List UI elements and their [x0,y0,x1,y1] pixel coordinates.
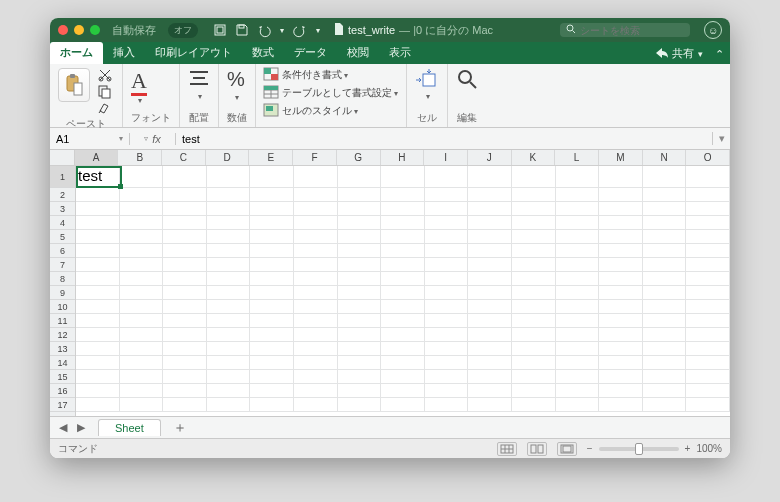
cell[interactable] [599,342,643,356]
cell[interactable] [512,258,556,272]
cell[interactable] [425,166,469,188]
cell[interactable] [294,188,338,202]
cell[interactable] [294,342,338,356]
row-header[interactable]: 6 [50,244,75,258]
cell[interactable] [163,328,207,342]
cell[interactable] [556,272,600,286]
cell[interactable] [468,398,512,412]
cell[interactable] [207,398,251,412]
cut-icon[interactable] [96,68,114,82]
cell[interactable] [599,188,643,202]
zoom-slider-knob[interactable] [635,443,643,455]
col-header[interactable]: F [293,150,337,165]
cell[interactable] [425,300,469,314]
cell[interactable] [425,356,469,370]
col-header[interactable]: J [468,150,512,165]
col-header[interactable]: O [686,150,730,165]
cell[interactable] [556,342,600,356]
share-button[interactable]: 共有 ▾ [646,43,713,64]
save-icon[interactable] [236,24,248,36]
cell[interactable] [338,244,382,258]
cell[interactable] [76,272,120,286]
row-header[interactable]: 9 [50,286,75,300]
cell[interactable] [163,258,207,272]
cell[interactable] [163,384,207,398]
cell[interactable] [468,258,512,272]
cell[interactable] [294,216,338,230]
cell[interactable] [643,314,687,328]
row-header[interactable]: 17 [50,398,75,412]
cell[interactable] [599,258,643,272]
row-header[interactable]: 7 [50,258,75,272]
cell[interactable] [686,202,730,216]
cell[interactable] [425,202,469,216]
cell[interactable] [686,188,730,202]
cell[interactable] [686,384,730,398]
cell[interactable] [556,166,600,188]
cell[interactable] [250,258,294,272]
cell[interactable] [512,356,556,370]
cell[interactable] [250,314,294,328]
cell[interactable] [643,286,687,300]
cell[interactable] [120,286,164,300]
row-header[interactable]: 11 [50,314,75,328]
cell[interactable] [120,398,164,412]
cell[interactable] [599,216,643,230]
formula-input[interactable]: test [176,133,712,145]
cell[interactable] [163,398,207,412]
row-header[interactable]: 4 [50,216,75,230]
cell[interactable] [163,188,207,202]
col-header[interactable]: D [206,150,250,165]
cell[interactable] [338,272,382,286]
cells-area[interactable]: test [76,166,730,416]
cell[interactable] [381,384,425,398]
cell[interactable] [425,286,469,300]
cell[interactable] [294,272,338,286]
cell[interactable] [120,244,164,258]
cell[interactable] [207,300,251,314]
cell[interactable] [120,202,164,216]
cell[interactable] [512,286,556,300]
cell[interactable] [556,286,600,300]
cell[interactable] [425,258,469,272]
cell[interactable] [599,166,643,188]
cell[interactable] [512,314,556,328]
cell[interactable] [686,314,730,328]
row-header[interactable]: 14 [50,356,75,370]
cell[interactable] [425,314,469,328]
cell[interactable] [512,300,556,314]
cell[interactable] [120,166,164,188]
cell[interactable] [468,230,512,244]
cell[interactable] [338,384,382,398]
autosave-toggle[interactable]: オフ [168,23,198,38]
conditional-formatting-button[interactable]: 条件付き書式 [264,68,398,82]
col-header[interactable]: G [337,150,381,165]
sheet-tab[interactable]: Sheet [98,419,161,436]
cell[interactable] [686,398,730,412]
cell[interactable] [599,300,643,314]
cell[interactable] [425,188,469,202]
cell[interactable] [163,314,207,328]
cell[interactable] [556,328,600,342]
percent-button[interactable]: % [227,68,245,91]
cell[interactable] [599,286,643,300]
cell[interactable] [599,272,643,286]
cell[interactable] [207,384,251,398]
tab-formulas[interactable]: 数式 [242,42,284,64]
cell[interactable] [250,342,294,356]
add-sheet-button[interactable]: ＋ [173,419,187,437]
cell[interactable] [381,188,425,202]
row-header[interactable]: 15 [50,370,75,384]
align-dropdown-icon[interactable] [196,90,202,101]
cell[interactable] [120,328,164,342]
zoom-in-button[interactable]: + [685,443,691,454]
cell[interactable] [163,272,207,286]
cell[interactable] [512,216,556,230]
cell[interactable] [468,244,512,258]
tab-home[interactable]: ホーム [50,42,103,64]
cell[interactable] [207,370,251,384]
cell[interactable] [468,188,512,202]
cell[interactable] [599,314,643,328]
cell[interactable] [686,328,730,342]
cell[interactable] [556,314,600,328]
